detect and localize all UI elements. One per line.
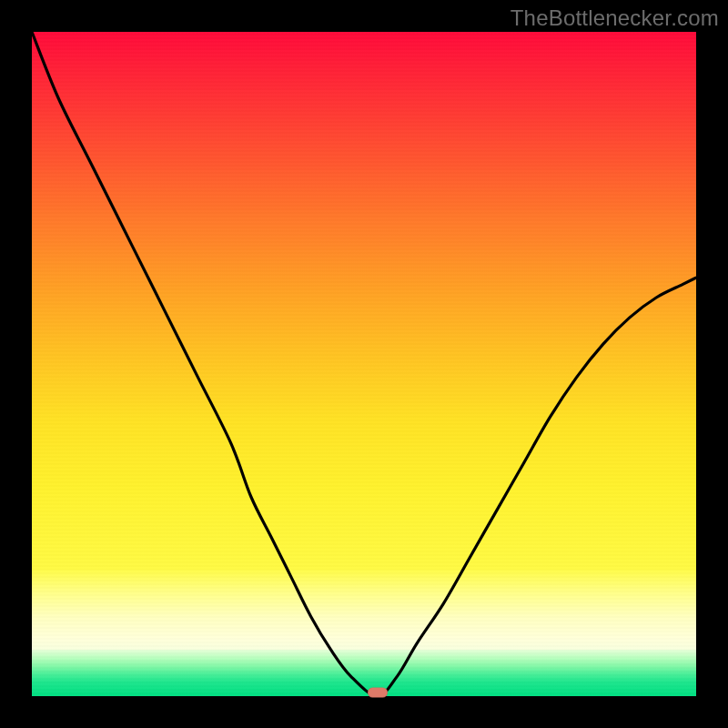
minimum-marker (368, 688, 388, 698)
bottleneck-curve (32, 32, 696, 696)
chart-canvas: TheBottlenecker.com (0, 0, 728, 728)
plot-area (32, 32, 696, 696)
watermark-text: TheBottlenecker.com (511, 5, 719, 31)
curve-path (32, 32, 696, 696)
